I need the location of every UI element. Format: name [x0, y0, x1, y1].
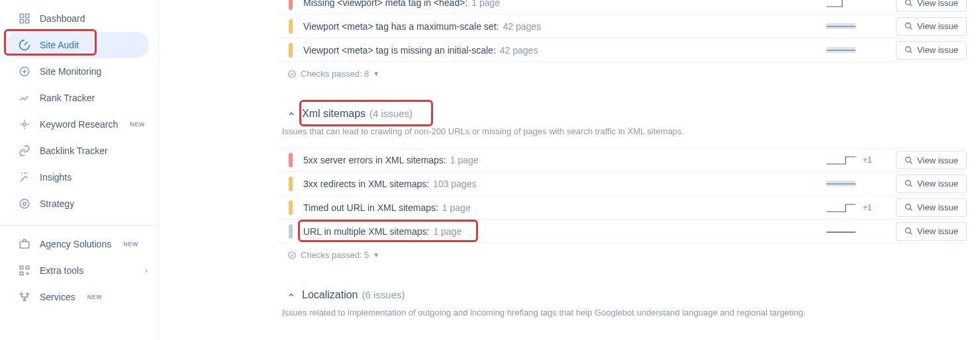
button-label: View issue — [917, 226, 958, 236]
svg-point-7 — [23, 202, 26, 206]
sparkline — [826, 44, 856, 56]
svg-point-25 — [906, 228, 911, 234]
new-badge: NEW — [130, 121, 145, 128]
issue-count: 42 pages — [500, 45, 538, 56]
sidebar-item-strategy[interactable]: Strategy — [0, 191, 158, 217]
sparkline — [826, 21, 856, 32]
rank-icon — [19, 92, 30, 104]
issue-row[interactable]: Missing <viewport> meta tag in <head>: 1… — [278, 0, 967, 15]
view-issue-button[interactable]: View issue — [896, 198, 967, 217]
chevron-up-icon — [287, 291, 295, 299]
issue-row[interactable]: URL in multiple XML sitemaps: 1 page Vie… — [278, 220, 967, 243]
sparkline — [826, 154, 856, 166]
button-label: View issue — [917, 0, 958, 8]
sparkline — [826, 178, 856, 190]
svg-rect-1 — [26, 14, 29, 17]
svg-rect-8 — [20, 241, 29, 248]
section-title: Localization — [302, 289, 358, 301]
sidebar-item-agency-solutions[interactable]: Agency Solutions NEW — [0, 231, 158, 257]
sidebar-item-services[interactable]: Services NEW — [0, 284, 158, 310]
severity-indicator — [289, 224, 293, 239]
svg-point-24 — [906, 204, 911, 210]
delta: +1 — [863, 203, 879, 212]
svg-point-6 — [20, 199, 29, 208]
sidebar-item-label: Site Monitoring — [40, 66, 101, 77]
sidebar-item-dashboard[interactable]: Dashboard — [0, 5, 158, 32]
svg-rect-2 — [20, 20, 23, 23]
sidebar-item-site-audit[interactable]: Site Audit — [7, 32, 149, 58]
search-icon — [905, 0, 913, 7]
briefcase-icon — [19, 238, 30, 250]
sidebar-item-insights[interactable]: Insights — [0, 164, 158, 191]
sidebar-item-keyword-research[interactable]: Keyword Research NEW — [0, 111, 158, 138]
sidebar-item-label: Insights — [40, 172, 72, 183]
issue-row[interactable]: 3xx redirects in XML sitemaps: 103 pages… — [278, 172, 967, 196]
issue-count: 1 page — [471, 0, 500, 8]
monitoring-icon — [19, 65, 30, 77]
issue-row[interactable]: Viewport <meta> tag is missing an initia… — [278, 38, 967, 62]
search-icon — [905, 227, 913, 235]
sidebar-item-site-monitoring[interactable]: Site Monitoring — [0, 58, 158, 85]
section-header-localization[interactable]: Localization (6 issues) — [287, 289, 980, 301]
sparkline — [826, 0, 856, 9]
issue-row[interactable]: Viewport <meta> tag has a maximum-scale … — [278, 15, 967, 38]
svg-rect-3 — [26, 20, 29, 23]
grid-plus-icon — [19, 265, 30, 276]
issue-count: 1 page — [442, 202, 471, 213]
svg-point-20 — [289, 70, 296, 77]
issue-row[interactable]: Timed out URL in XML sitemaps: 1 page +1… — [278, 196, 967, 220]
severity-indicator — [289, 19, 293, 34]
sidebar-item-extra-tools[interactable]: Extra tools › — [0, 257, 158, 284]
view-issue-button[interactable]: View issue — [896, 175, 967, 193]
gauge-icon — [19, 39, 30, 51]
view-issue-button[interactable]: View issue — [896, 222, 967, 241]
check-circle-icon — [287, 251, 297, 260]
keyword-icon — [19, 118, 30, 130]
sidebar-item-backlink-tracker[interactable]: Backlink Tracker — [0, 138, 158, 164]
svg-rect-9 — [20, 266, 23, 269]
svg-point-23 — [906, 181, 911, 186]
search-icon — [905, 203, 913, 212]
issue-count: 103 pages — [433, 179, 476, 189]
check-circle-icon — [287, 69, 297, 79]
target-icon — [19, 198, 30, 210]
checks-passed[interactable]: Checks passed: 8 ▼ — [287, 62, 980, 85]
button-label: View issue — [917, 202, 958, 212]
issue-title: 5xx server errors in XML sitemaps: — [303, 155, 446, 165]
button-label: View issue — [917, 45, 958, 55]
sidebar-item-label: Backlink Tracker — [40, 146, 108, 156]
issue-title: Missing <viewport> meta tag in <head>: — [303, 0, 467, 8]
checks-passed[interactable]: Checks passed: 5 ▼ — [287, 243, 980, 267]
sidebar-item-label: Extra tools — [40, 265, 83, 276]
issue-row[interactable]: 5xx server errors in XML sitemaps: 1 pag… — [278, 148, 967, 172]
view-issue-button[interactable]: View issue — [896, 17, 967, 36]
checks-text: Checks passed: 5 — [301, 250, 369, 260]
view-issue-button[interactable]: View issue — [896, 0, 967, 12]
checks-text: Checks passed: 8 — [301, 69, 369, 79]
issue-count: 1 page — [433, 226, 462, 237]
svg-point-12 — [21, 293, 23, 295]
svg-point-13 — [26, 293, 28, 295]
button-label: View issue — [917, 21, 958, 31]
new-badge: NEW — [123, 241, 138, 247]
issue-title: Viewport <meta> tag has a maximum-scale … — [303, 21, 499, 32]
button-label: View issue — [917, 155, 958, 165]
svg-rect-10 — [26, 266, 29, 269]
sidebar-item-label: Strategy — [40, 198, 74, 209]
sidebar-item-label: Services — [40, 292, 75, 302]
issue-title: 3xx redirects in XML sitemaps: — [303, 179, 429, 189]
main-content: Missing <viewport> meta tag in <head>: 1… — [159, 0, 980, 340]
section-header-xml[interactable]: Xml sitemaps (4 issues) — [287, 108, 980, 120]
chevron-up-icon — [287, 110, 295, 118]
view-issue-button[interactable]: View issue — [896, 41, 967, 60]
sidebar-item-label: Site Audit — [40, 40, 79, 50]
issue-count: 42 pages — [503, 21, 541, 32]
view-issue-button[interactable]: View issue — [896, 151, 967, 169]
sidebar-item-label: Rank Tracker — [40, 93, 95, 103]
svg-point-17 — [906, 23, 911, 28]
caret-down-icon: ▼ — [373, 251, 379, 259]
link-icon — [19, 145, 30, 157]
section-desc: Issues related to implementation of outg… — [282, 308, 980, 318]
severity-indicator — [289, 153, 293, 167]
sidebar-item-rank-tracker[interactable]: Rank Tracker — [0, 85, 158, 111]
